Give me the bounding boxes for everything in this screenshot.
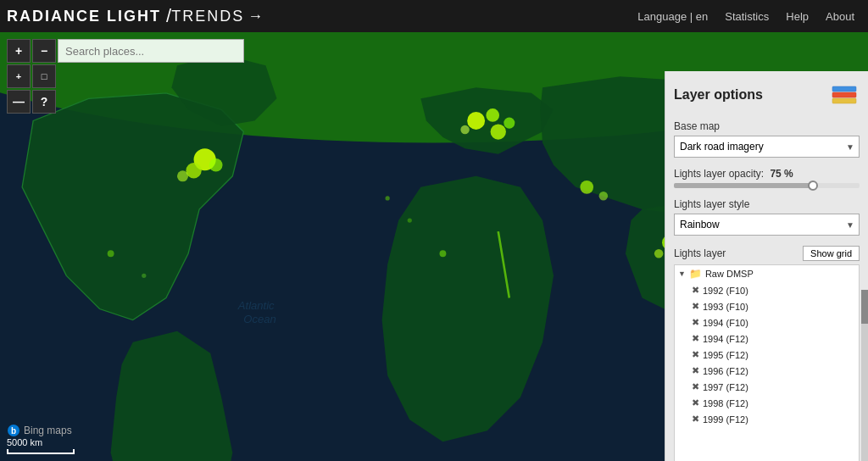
base-map-select[interactable]: Dark road imagery Road map Satellite Ter…: [674, 136, 860, 158]
panel-title: Layer options: [674, 87, 763, 103]
layer-icon: ✖: [692, 285, 699, 296]
tree-child-label: 1992 (F10): [703, 286, 748, 296]
logo-arrow-icon: →: [248, 8, 263, 25]
base-map-dropdown-wrap: Dark road imagery Road map Satellite Ter…: [674, 136, 860, 158]
layer-icon: ✖: [692, 381, 699, 392]
svg-point-4: [486, 108, 499, 122]
language-link[interactable]: Language | en: [637, 10, 708, 23]
layer-panel: Layer options Base map Dark road imagery…: [665, 71, 868, 461]
layer-icon: ✖: [692, 317, 699, 328]
panel-scrollbar[interactable]: [861, 290, 868, 461]
svg-rect-32: [832, 98, 856, 103]
lights-layer-header: Lights layer Show grid: [674, 246, 860, 261]
zoom-out-button[interactable]: −: [32, 39, 56, 63]
list-item[interactable]: ✖ 1996 (F12): [675, 363, 859, 379]
list-item[interactable]: ✖ 1995 (F12): [675, 347, 859, 363]
svg-point-3: [467, 112, 485, 130]
base-map-label: Base map: [674, 120, 860, 132]
tree-child-label: 1998 (F12): [703, 398, 748, 408]
list-item[interactable]: ✖ 1994 (F12): [675, 330, 859, 347]
statistics-link[interactable]: Statistics: [725, 10, 769, 23]
layer-icon: ✖: [692, 349, 699, 360]
scale-line: [7, 449, 75, 454]
logo-trends: TRENDS: [171, 8, 244, 25]
bing-attribution: b Bing maps: [7, 424, 72, 437]
svg-point-26: [142, 274, 146, 278]
style-section: Lights layer style Rainbow Natural Virid…: [674, 198, 860, 236]
layer-icon: ✖: [692, 333, 699, 344]
logo-radiance: RADIANCE LIGHT: [7, 8, 161, 25]
nav-pan-button[interactable]: +: [7, 64, 31, 88]
panel-header: Layer options: [674, 80, 860, 110]
bing-label: Bing maps: [24, 425, 72, 436]
tree-child-label: 1999 (F12): [703, 414, 748, 425]
tree-child-label: 1994 (F12): [703, 334, 748, 344]
tree-parent-label: Raw DMSP: [705, 269, 754, 279]
header: RADIANCE LIGHT / TRENDS → Language | en …: [0, 0, 868, 32]
scale-label: 5000 km: [7, 437, 42, 447]
tree-child-label: 1997 (F12): [703, 382, 748, 392]
layer-icon: ✖: [692, 414, 699, 425]
svg-point-11: [177, 170, 188, 181]
logo-area: RADIANCE LIGHT / TRENDS →: [0, 5, 637, 27]
opacity-knob[interactable]: [808, 181, 818, 191]
help-button[interactable]: ?: [32, 90, 56, 114]
nav-select-button[interactable]: □: [32, 64, 56, 88]
svg-point-23: [408, 218, 412, 222]
svg-point-20: [599, 192, 608, 200]
tree-child-label: 1996 (F12): [703, 366, 748, 376]
bing-icon: b: [7, 424, 20, 437]
style-dropdown-wrap: Rainbow Natural Viridis Grayscale ▼: [674, 214, 860, 236]
svg-point-19: [580, 181, 593, 194]
about-link[interactable]: About: [826, 10, 854, 23]
svg-rect-33: [832, 92, 856, 97]
layer-icon: ✖: [692, 397, 699, 408]
style-select[interactable]: Rainbow Natural Viridis Grayscale: [674, 214, 860, 236]
panel-scrollbar-thumb[interactable]: [861, 290, 868, 324]
folder-icon: 📁: [689, 268, 702, 280]
help-link[interactable]: Help: [786, 10, 809, 23]
layer-tree[interactable]: ▼ 📁 Raw DMSP ✖ 1992 (F10) ✖ 1993 (F10) ✖…: [674, 264, 860, 461]
layers-icon: [829, 80, 860, 110]
list-item[interactable]: ✖ 1992 (F10): [675, 282, 859, 298]
svg-rect-34: [832, 86, 856, 92]
map-controls: + − + □ — ?: [7, 39, 56, 114]
svg-text:Ocean: Ocean: [243, 314, 275, 326]
opacity-slider-row: [674, 183, 860, 188]
tree-child-label: 1995 (F12): [703, 350, 748, 360]
map-container: AUSTRA Atlantic Ocean + − + □ — ? b Bing…: [0, 32, 868, 461]
show-grid-button[interactable]: Show grid: [803, 246, 860, 261]
tree-node-raw-dmsp[interactable]: ▼ 📁 Raw DMSP: [675, 265, 859, 282]
svg-point-24: [440, 250, 447, 257]
tree-expand-icon: ▼: [678, 269, 686, 278]
zoom-in-button[interactable]: +: [7, 39, 31, 63]
svg-point-10: [209, 158, 223, 172]
svg-point-22: [386, 196, 390, 200]
list-item[interactable]: ✖ 1998 (F12): [675, 395, 859, 411]
opacity-handle[interactable]: [674, 183, 860, 188]
svg-point-5: [504, 118, 515, 129]
opacity-section: Lights layer opacity: 75 %: [674, 168, 860, 188]
list-item[interactable]: ✖ 1997 (F12): [675, 379, 859, 395]
list-item[interactable]: ✖ 1994 (F10): [675, 314, 859, 330]
layer-icon: ✖: [692, 365, 699, 376]
nav-links: Language | en Statistics Help About: [637, 10, 868, 23]
svg-text:Atlantic: Atlantic: [237, 299, 275, 312]
svg-point-7: [491, 124, 506, 139]
list-item[interactable]: ✖ 1993 (F10): [675, 298, 859, 314]
search-box: [58, 39, 244, 63]
measure-button[interactable]: —: [7, 90, 31, 114]
base-map-section: Base map Dark road imagery Road map Sate…: [674, 120, 860, 158]
svg-point-25: [108, 250, 114, 257]
svg-text:b: b: [11, 426, 16, 436]
search-input[interactable]: [58, 39, 244, 63]
lights-layer-label: Lights layer: [674, 247, 726, 259]
tree-child-label: 1994 (F10): [703, 318, 748, 328]
svg-point-14: [654, 249, 663, 258]
opacity-value: 75 %: [770, 168, 793, 180]
tree-child-label: 1993 (F10): [703, 302, 748, 312]
opacity-label: Lights layer opacity: 75 %: [674, 168, 860, 180]
svg-point-9: [186, 163, 201, 178]
logo-slash-icon: /: [161, 5, 171, 27]
list-item[interactable]: ✖ 1999 (F12): [675, 411, 859, 427]
